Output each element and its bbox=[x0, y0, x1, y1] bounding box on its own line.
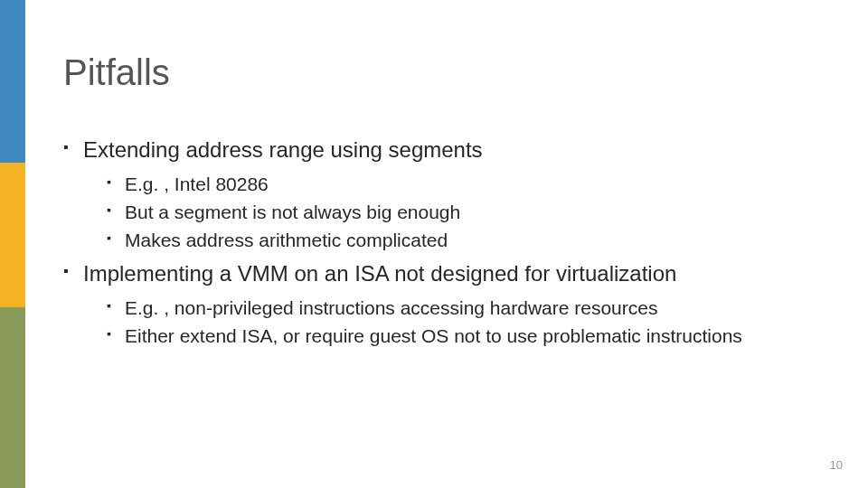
bullet-item: Implementing a VMM on an ISA not designe… bbox=[63, 260, 832, 349]
sub-bullet-text: Either extend ISA, or require guest OS n… bbox=[125, 325, 742, 346]
sub-bullet-item: But a segment is not always big enough bbox=[107, 201, 832, 225]
bullet-text: Implementing a VMM on an ISA not designe… bbox=[83, 261, 676, 286]
sub-bullet-list: E.g. , Intel 80286 But a segment is not … bbox=[83, 173, 832, 253]
sub-bullet-item: E.g. , Intel 80286 bbox=[107, 173, 832, 197]
sub-bullet-item: Either extend ISA, or require guest OS n… bbox=[107, 324, 832, 349]
accent-blue bbox=[0, 0, 25, 163]
sidebar-accent bbox=[0, 0, 25, 488]
accent-olive bbox=[0, 307, 25, 488]
accent-gold bbox=[0, 163, 25, 307]
sub-bullet-text: But a segment is not always big enough bbox=[125, 202, 460, 222]
bullet-text: Extending address range using segments bbox=[83, 137, 483, 162]
slide: Pitfalls Extending address range using s… bbox=[0, 0, 868, 488]
bullet-list: Extending address range using segments E… bbox=[63, 136, 832, 348]
sub-bullet-list: E.g. , non-privileged instructions acces… bbox=[83, 296, 832, 349]
sub-bullet-text: Makes address arithmetic complicated bbox=[125, 230, 448, 250]
bullet-item: Extending address range using segments E… bbox=[63, 136, 832, 253]
sub-bullet-item: Makes address arithmetic complicated bbox=[107, 229, 832, 253]
sub-bullet-text: E.g. , Intel 80286 bbox=[125, 174, 269, 194]
content-area: Pitfalls Extending address range using s… bbox=[63, 52, 832, 355]
page-number: 10 bbox=[830, 458, 843, 472]
sub-bullet-item: E.g. , non-privileged instructions acces… bbox=[107, 296, 832, 321]
sub-bullet-text: E.g. , non-privileged instructions acces… bbox=[125, 297, 657, 318]
slide-title: Pitfalls bbox=[63, 52, 832, 93]
